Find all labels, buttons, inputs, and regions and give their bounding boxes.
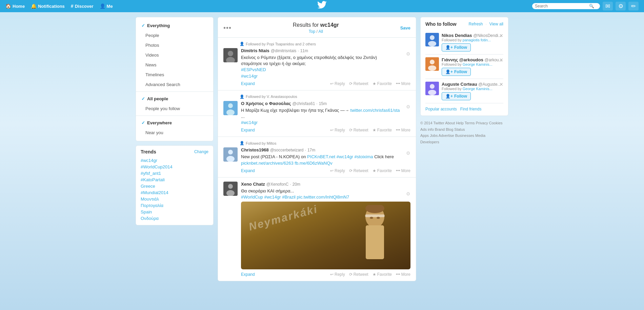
close-user-0[interactable]: ✕ (499, 33, 503, 38)
follow-user-name-2[interactable]: Auguste Corteau @Auguste... (442, 82, 503, 87)
favorite-btn-4[interactable]: ★ Favorite (373, 272, 392, 277)
trend-item-0[interactable]: #wc14gr (141, 157, 208, 164)
reply-btn-3[interactable]: ↩ Reply (330, 168, 345, 173)
follow-user-name-1[interactable]: Γιάννης @arkoudos @arkou... (442, 57, 503, 62)
messages-button[interactable]: ✉ (603, 2, 613, 11)
search-input[interactable] (535, 4, 589, 8)
search-bar[interactable]: 🔍 (532, 3, 600, 9)
popular-accounts-link[interactable]: Popular accounts (425, 107, 457, 111)
favorite-btn-1[interactable]: ★ Favorite (373, 81, 392, 86)
hashtag-worldcup[interactable]: #WorldCup (241, 194, 263, 200)
footer-developers[interactable]: Developers (420, 140, 439, 144)
tweet-gear-2[interactable]: ⚙ (406, 104, 410, 109)
close-user-2[interactable]: ✕ (499, 82, 503, 87)
follow-btn-2[interactable]: 👤+ Follow (442, 92, 471, 100)
hashtag-wc14gr-3[interactable]: #wc14gr (337, 154, 353, 159)
wtf-view-all-btn[interactable]: View all (489, 22, 503, 26)
tweet-username-4[interactable]: Xeno Chatz (241, 182, 265, 187)
followed-by-link-2[interactable]: George Kaminis... (463, 87, 492, 91)
retweet-btn-3[interactable]: ⟳ Retweet (349, 168, 368, 173)
follow-user-name-0[interactable]: Nikos Dendias @NikosDendi... (442, 33, 503, 38)
hashtag-brazil[interactable]: #Brazil (282, 194, 296, 200)
nav-home[interactable]: 🏠 Home (5, 3, 25, 9)
more-btn-1[interactable]: ••• More (396, 81, 410, 86)
tweet-gear-3[interactable]: ⚙ (406, 150, 410, 156)
link-pic[interactable]: pic.twitter.com/lnhtQl8mN7 (297, 194, 349, 200)
reply-btn-4[interactable]: ↩ Reply (330, 272, 345, 277)
hashtag-espvsned[interactable]: #ESPvsNED (241, 67, 266, 72)
filter-timelines[interactable]: Timelines (136, 70, 213, 80)
tweet-gear-4[interactable]: ⚙ (406, 191, 410, 197)
footer-about[interactable]: About (445, 121, 455, 125)
filter-everything[interactable]: ✓ Everything (136, 21, 213, 30)
expand-btn-3[interactable]: Expand (241, 168, 255, 173)
compose-button[interactable]: ✏ (628, 2, 639, 11)
nav-discover[interactable]: # Discover (71, 3, 94, 9)
footer-advertise[interactable]: Advertise (439, 133, 454, 138)
tab-top[interactable]: Top (309, 29, 315, 34)
footer-privacy[interactable]: Privacy (476, 121, 488, 125)
tweet-username-1[interactable]: Dimitris Ntais (241, 48, 269, 53)
filter-news[interactable]: News (136, 60, 213, 70)
tweet-username-2[interactable]: Ο Χρήστος ο Φασούλας (241, 101, 291, 106)
trend-item-1[interactable]: #WorldCup2014 (141, 164, 208, 170)
footer-cookies[interactable]: Cookies (489, 121, 503, 125)
footer-brand[interactable]: Brand (435, 127, 445, 131)
filter-advanced-search[interactable]: Advanced Search (136, 80, 213, 89)
trend-item-7[interactable]: Πορτογαλία (141, 202, 208, 209)
trend-item-4[interactable]: Greece (141, 183, 208, 189)
filter-photos[interactable]: Photos (136, 40, 213, 50)
follow-avatar-2[interactable] (425, 82, 439, 95)
tab-all[interactable]: All (319, 29, 323, 34)
followed-by-link-1[interactable]: George Kaminis... (463, 62, 492, 66)
link-fb[interactable]: fb.me/6D6zWaNQv (295, 161, 333, 166)
tweet-username-3[interactable]: Christos1968 (241, 147, 269, 152)
hashtag-stoixima[interactable]: #stoixima (355, 154, 373, 159)
filter-near-you[interactable]: Near you (136, 128, 213, 138)
more-btn-3[interactable]: ••• More (396, 168, 410, 173)
retweet-btn-4[interactable]: ⟳ Retweet (349, 272, 368, 277)
hashtag-wc14gr-1[interactable]: #wc14gr (241, 74, 258, 79)
trend-item-3[interactable]: #KatoPartali (141, 177, 208, 183)
retweet-btn-1[interactable]: ⟳ Retweet (349, 81, 368, 86)
link-picknbet[interactable]: PICKnBET.net (307, 154, 335, 159)
reply-btn-1[interactable]: ↩ Reply (330, 81, 345, 86)
reply-btn-2[interactable]: ↩ Reply (330, 128, 345, 132)
tweet-image-4[interactable]: Neymarkáki (241, 202, 410, 269)
trends-change-btn[interactable]: Change (194, 149, 208, 154)
nav-me[interactable]: 👤 Me (100, 3, 113, 9)
hashtag-wc14gr-4[interactable]: #wc14gr (264, 194, 281, 200)
follow-avatar-0[interactable] (425, 33, 439, 46)
expand-btn-2[interactable]: Expand (241, 128, 255, 132)
filter-everywhere[interactable]: ✓ Everywhere (136, 118, 213, 128)
footer-ads-info[interactable]: Ads info (420, 127, 434, 131)
footer-help[interactable]: Help (456, 121, 464, 125)
retweet-btn-2[interactable]: ⟳ Retweet (349, 128, 368, 132)
filter-people-you-follow[interactable]: People you follow (136, 104, 213, 113)
link-picknbet-archive[interactable]: picknbet.net/archives/6263 (241, 161, 294, 166)
expand-btn-4[interactable]: Expand (241, 272, 255, 277)
footer-status[interactable]: Status (454, 127, 465, 131)
wtf-refresh-btn[interactable]: Refresh (468, 22, 483, 26)
filter-videos[interactable]: Videos (136, 50, 213, 60)
more-btn-4[interactable]: ••• More (396, 272, 410, 277)
link-tweet2[interactable]: twitter.com/chrisfas61/sta (350, 108, 400, 113)
filter-people[interactable]: People (136, 30, 213, 40)
more-btn-2[interactable]: ••• More (396, 128, 410, 132)
follow-btn-1[interactable]: 👤+ Follow (442, 68, 471, 76)
trend-item-8[interactable]: Spain (141, 209, 208, 215)
close-user-1[interactable]: ✕ (499, 57, 503, 63)
favorite-btn-2[interactable]: ★ Favorite (373, 128, 392, 132)
favorite-btn-3[interactable]: ★ Favorite (373, 168, 392, 173)
settings-button[interactable]: ⚙ (616, 2, 626, 11)
trend-item-9[interactable]: Ονδούρα (141, 215, 208, 222)
footer-jobs[interactable]: Jobs (430, 133, 438, 138)
find-friends-link[interactable]: Find friends (460, 107, 482, 111)
followed-by-link-0[interactable]: panagiotis fotin... (463, 38, 491, 42)
footer-terms[interactable]: Terms (465, 121, 475, 125)
hashtag-wc14gr-2[interactable]: #wc14gr (241, 120, 258, 125)
expand-btn-1[interactable]: Expand (241, 81, 255, 86)
footer-businesses[interactable]: Businesses (455, 133, 474, 138)
tweet-gear-1[interactable]: ⚙ (406, 51, 410, 57)
follow-btn-0[interactable]: 👤+ Follow (442, 43, 471, 51)
